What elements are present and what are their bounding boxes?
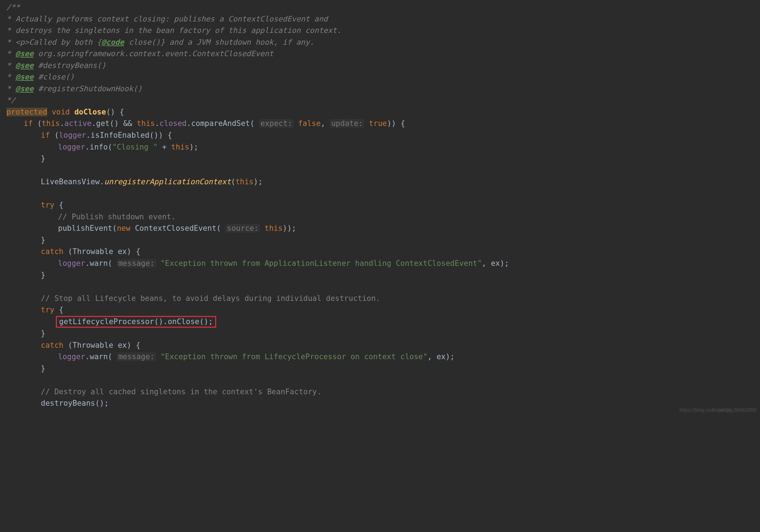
highlighted-box: getLifecycleProcessor().onClose(); (56, 316, 216, 328)
code-line: } (0, 234, 760, 246)
code-line: // Stop all Lifecycle beans, to avoid de… (0, 293, 760, 304)
code-editor[interactable]: /** * Actually performs context closing:… (0, 0, 760, 416)
code-line: */ (0, 94, 760, 106)
code-line: logger.warn( message: "Exception thrown … (0, 258, 760, 269)
code-line: if (logger.isInfoEnabled()) { (0, 130, 760, 141)
code-line: catch (Throwable ex) { (0, 340, 760, 351)
watermark-text: https://blog.csdn.net/qq_36963950 (679, 406, 756, 414)
code-line: protected void doClose() { (0, 106, 760, 118)
code-line: destroyBeans(); (0, 397, 760, 409)
code-line: logger.warn( message: "Exception thrown … (0, 351, 760, 363)
code-line (0, 281, 760, 293)
code-line: getLifecycleProcessor().onClose(); (0, 316, 760, 328)
code-line: * @see #destroyBeans() (0, 60, 760, 72)
code-line: * <p>Called by both {@code close()} and … (0, 36, 760, 48)
inlay-hint: update: (330, 119, 364, 128)
code-line: // Publish shutdown event. (0, 211, 760, 223)
code-line: /** (0, 1, 760, 13)
code-line: * @see #close() (0, 71, 760, 83)
code-line: } (0, 363, 760, 375)
inlay-hint: message: (117, 259, 156, 268)
code-line (0, 374, 760, 386)
inlay-hint: expect: (259, 119, 294, 128)
code-line: if (this.active.get() && this.closed.com… (0, 118, 760, 130)
inlay-hint: source: (226, 224, 260, 233)
code-line: // Destroy all cached singletons in the … (0, 386, 760, 398)
code-line: } (0, 269, 760, 281)
code-line: } (0, 153, 760, 165)
code-line: try { (0, 304, 760, 316)
code-line (0, 188, 760, 200)
code-line: LiveBeansView.unregisterApplicationConte… (0, 176, 760, 188)
code-line: publishEvent(new ContextClosedEvent( sou… (0, 223, 760, 234)
code-line: catch (Throwable ex) { (0, 246, 760, 258)
code-line (0, 165, 760, 176)
code-line: try { (0, 199, 760, 211)
code-line: } (0, 328, 760, 340)
code-line: logger.info("Closing " + this); (0, 141, 760, 153)
inlay-hint: message: (117, 352, 156, 361)
code-line: * Actually performs context closing: pub… (0, 13, 760, 25)
code-line: * @see org.springframework.context.event… (0, 48, 760, 60)
code-line: * @see #registerShutdownHook() (0, 83, 760, 95)
code-line: * destroys the singletons in the bean fa… (0, 25, 760, 36)
